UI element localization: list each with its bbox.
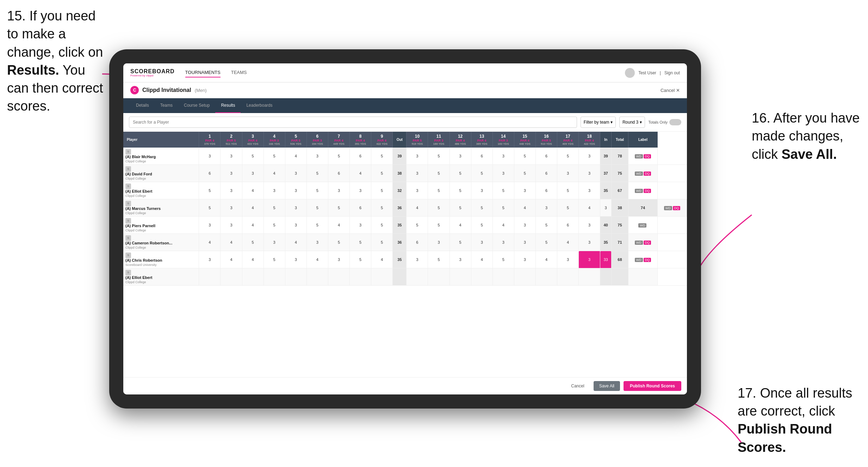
score-hole-9[interactable]: 5: [371, 234, 393, 251]
score-hole-5[interactable]: 3: [285, 182, 306, 199]
score-hole-6[interactable]: 5: [306, 165, 328, 182]
score-hole-7[interactable]: 6: [328, 165, 349, 182]
cancel-tournament[interactable]: Cancel ✕: [661, 88, 680, 93]
score-hole-6[interactable]: 4: [306, 251, 328, 268]
score-hole-14[interactable]: [492, 268, 514, 286]
score-hole-3[interactable]: 4: [242, 251, 264, 268]
score-hole-6[interactable]: 3: [306, 148, 328, 165]
score-hole-15[interactable]: 3: [514, 234, 535, 251]
score-hole-1[interactable]: [199, 268, 221, 286]
toggle-switch[interactable]: [669, 119, 681, 125]
tab-teams[interactable]: Teams: [155, 98, 178, 113]
score-hole-1[interactable]: 3: [199, 148, 221, 165]
score-hole-16[interactable]: 5: [535, 234, 557, 251]
score-hole-11[interactable]: 5: [428, 199, 450, 217]
score-hole-18[interactable]: 4: [579, 199, 600, 217]
score-hole-8[interactable]: 3: [349, 217, 371, 234]
score-hole-18[interactable]: 3: [579, 182, 600, 199]
score-hole-1[interactable]: 3: [199, 251, 221, 268]
score-hole-14[interactable]: 3: [492, 234, 514, 251]
score-hole-16[interactable]: 5: [535, 217, 557, 234]
score-hole-1[interactable]: 5: [199, 199, 221, 217]
score-hole-14[interactable]: 4: [492, 217, 514, 234]
score-hole-14[interactable]: 5: [492, 182, 514, 199]
score-hole-2[interactable]: 3: [221, 182, 242, 199]
score-hole-4[interactable]: 3: [264, 182, 285, 199]
score-hole-18[interactable]: 3: [579, 251, 600, 268]
score-hole-16[interactable]: 6: [535, 148, 557, 165]
score-hole-7[interactable]: 5: [328, 148, 349, 165]
tab-details[interactable]: Details: [130, 98, 155, 113]
score-hole-18[interactable]: [579, 268, 600, 286]
score-hole-4[interactable]: 5: [264, 148, 285, 165]
score-hole-1[interactable]: 6: [199, 165, 221, 182]
score-hole-12[interactable]: 4: [450, 217, 471, 234]
score-hole-10[interactable]: 4: [407, 199, 428, 217]
score-hole-8[interactable]: 5: [349, 234, 371, 251]
score-hole-12[interactable]: 5: [450, 199, 471, 217]
score-hole-4[interactable]: 5: [264, 217, 285, 234]
score-hole-9[interactable]: 5: [371, 148, 393, 165]
nav-teams[interactable]: TEAMS: [231, 68, 247, 77]
score-hole-13[interactable]: 5: [471, 199, 492, 217]
score-hole-5[interactable]: 3: [285, 199, 306, 217]
tab-results[interactable]: Results: [215, 98, 241, 113]
score-hole-3[interactable]: 5: [242, 234, 264, 251]
score-hole-9[interactable]: 5: [371, 217, 393, 234]
score-hole-9[interactable]: 5: [371, 165, 393, 182]
score-hole-8[interactable]: 6: [349, 148, 371, 165]
score-hole-11[interactable]: 5: [428, 182, 450, 199]
score-hole-11[interactable]: 5: [428, 165, 450, 182]
score-hole-10[interactable]: [407, 268, 428, 286]
score-hole-3[interactable]: 4: [242, 217, 264, 234]
score-hole-6[interactable]: 5: [306, 182, 328, 199]
score-hole-15[interactable]: 4: [514, 199, 535, 217]
score-hole-9[interactable]: 5: [371, 182, 393, 199]
score-hole-17[interactable]: [557, 268, 579, 286]
nav-tournaments[interactable]: TOURNAMENTS: [185, 68, 221, 77]
score-hole-15[interactable]: [514, 268, 535, 286]
score-hole-8[interactable]: 3: [349, 182, 371, 199]
score-hole-11[interactable]: [428, 268, 450, 286]
totals-only-toggle[interactable]: Totals Only: [649, 119, 681, 125]
score-hole-6[interactable]: 5: [306, 217, 328, 234]
score-hole-3[interactable]: 5: [242, 148, 264, 165]
score-hole-1[interactable]: 3: [199, 217, 221, 234]
score-hole-4[interactable]: 5: [264, 251, 285, 268]
score-hole-7[interactable]: [328, 268, 349, 286]
score-hole-10[interactable]: 3: [407, 251, 428, 268]
score-hole-18[interactable]: 3: [579, 148, 600, 165]
score-hole-16[interactable]: 6: [535, 165, 557, 182]
round-select[interactable]: Round 3 ▾: [619, 117, 645, 128]
score-hole-10[interactable]: 5: [407, 217, 428, 234]
score-hole-16[interactable]: [535, 268, 557, 286]
score-hole-2[interactable]: 4: [221, 234, 242, 251]
score-hole-11[interactable]: 3: [428, 234, 450, 251]
score-hole-4[interactable]: 3: [264, 234, 285, 251]
score-hole-17[interactable]: 5: [557, 199, 579, 217]
score-hole-2[interactable]: 3: [221, 199, 242, 217]
score-hole-19[interactable]: 3: [600, 199, 612, 217]
score-hole-13[interactable]: 3: [471, 182, 492, 199]
score-hole-14[interactable]: 3: [492, 148, 514, 165]
score-hole-15[interactable]: 3: [514, 251, 535, 268]
score-hole-18[interactable]: 3: [579, 234, 600, 251]
score-hole-4[interactable]: 4: [264, 165, 285, 182]
score-hole-9[interactable]: 4: [371, 251, 393, 268]
score-hole-13[interactable]: 3: [471, 234, 492, 251]
score-hole-17[interactable]: 4: [557, 234, 579, 251]
score-hole-6[interactable]: 5: [306, 199, 328, 217]
score-hole-3[interactable]: 3: [242, 165, 264, 182]
score-hole-13[interactable]: 6: [471, 148, 492, 165]
score-hole-10[interactable]: 3: [407, 148, 428, 165]
score-hole-13[interactable]: 5: [471, 165, 492, 182]
score-hole-16[interactable]: 6: [535, 182, 557, 199]
score-hole-11[interactable]: 5: [428, 217, 450, 234]
score-hole-9[interactable]: [371, 268, 393, 286]
score-hole-12[interactable]: 5: [450, 165, 471, 182]
tab-course-setup[interactable]: Course Setup: [178, 98, 215, 113]
score-hole-6[interactable]: [306, 268, 328, 286]
score-hole-7[interactable]: 3: [328, 182, 349, 199]
score-hole-12[interactable]: 3: [450, 148, 471, 165]
score-hole-4[interactable]: 5: [264, 199, 285, 217]
